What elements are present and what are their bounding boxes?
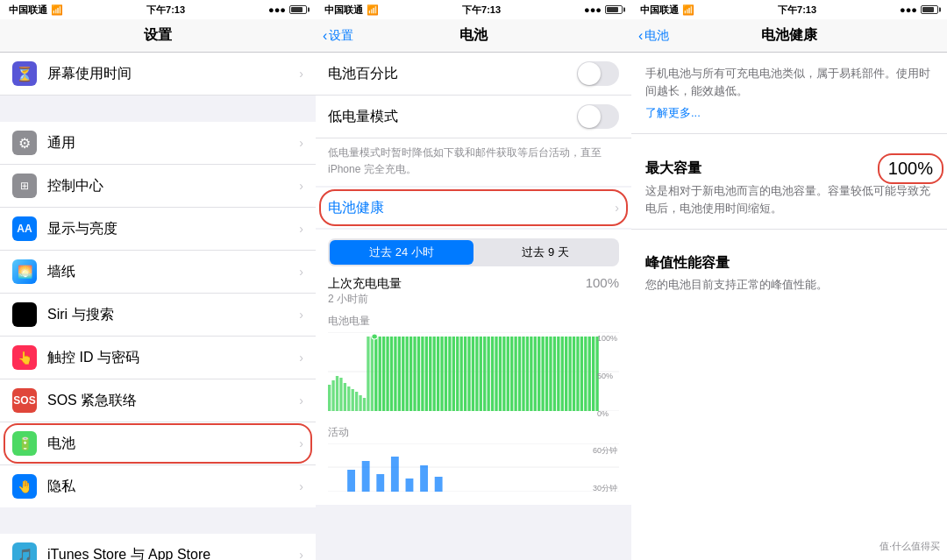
wifi-icon-2: 📶 (367, 4, 379, 16)
wifi-icon-1: 📶 (51, 4, 63, 16)
svg-rect-34 (448, 337, 451, 411)
tab-24h[interactable]: 过去 24 小时 (330, 240, 474, 265)
svg-rect-77 (347, 470, 355, 492)
cell-battery-health[interactable]: 电池健康 › (316, 188, 631, 228)
svg-rect-43 (483, 337, 486, 411)
chevron-wallpaper: › (299, 265, 303, 279)
cell-label-touch-id: 触控 ID 与密码 (47, 349, 299, 367)
y-label-100: 100% (597, 334, 617, 343)
svg-rect-52 (518, 337, 521, 411)
status-right-3: ●●● (900, 4, 938, 15)
tab-9d[interactable]: 过去 9 天 (474, 240, 617, 265)
battery-health-section: 电池健康 › (316, 188, 631, 228)
cell-battery[interactable]: 🔋 电池 › (0, 422, 316, 465)
toggle-battery-percent[interactable] (577, 61, 619, 86)
svg-rect-8 (347, 386, 350, 411)
cell-general[interactable]: ⚙ 通用 › (0, 122, 316, 165)
svg-rect-9 (352, 389, 354, 411)
chevron-display: › (299, 222, 303, 236)
svg-rect-13 (367, 337, 369, 411)
y-label-50: 50% (597, 372, 617, 380)
section-divider-2 (0, 507, 316, 534)
toggle-low-power[interactable] (577, 104, 619, 129)
nav-back-3[interactable]: ‹ 电池 (638, 28, 669, 44)
last-charge-info: 上次充电电量 2 小时前 (328, 276, 402, 307)
svg-rect-32 (440, 337, 443, 411)
cell-icon-sos: SOS (12, 388, 37, 413)
nav-back-2[interactable]: ‹ 设置 (323, 28, 353, 44)
svg-rect-39 (467, 337, 470, 411)
cell-sos[interactable]: SOS SOS 紧急联络 › (0, 379, 316, 422)
panel-battery-health: 中国联通 📶 下午7:13 ●●● ‹ 电池 电池健康 手机电池与所有可充电电池… (631, 0, 947, 560)
carrier-3: 中国联通 (640, 4, 679, 17)
svg-rect-19 (390, 337, 393, 411)
chevron-general: › (299, 136, 303, 150)
signal-icon-3: ●●● (900, 4, 917, 15)
cell-low-power[interactable]: 低电量模式 (316, 96, 631, 138)
svg-rect-66 (573, 337, 575, 411)
svg-rect-57 (538, 337, 540, 411)
svg-rect-67 (576, 337, 579, 411)
signal-icon-2: ●●● (584, 4, 602, 15)
cell-icon-wallpaper: 🌅 (12, 259, 37, 284)
cell-icon-screen-time: ⏳ (12, 61, 37, 86)
activity-y-labels: 60分钟 30分钟 (593, 443, 617, 496)
cell-touch-id[interactable]: 👆 触控 ID 与密码 › (0, 337, 316, 379)
battery-chart-svg (328, 332, 619, 411)
cell-privacy[interactable]: 🤚 隐私 › (0, 465, 316, 507)
cell-itunes-store[interactable]: 🎵 iTunes Store 与 App Store › (0, 534, 316, 560)
activity-chart-svg (328, 443, 619, 492)
time-3: 下午7:13 (778, 4, 816, 17)
battery-status-2 (605, 5, 623, 14)
carrier-1: 中国联通 (9, 4, 47, 17)
svg-rect-4 (331, 380, 334, 411)
chevron-itunes: › (299, 548, 303, 560)
max-capacity-title: 最大容量 (645, 159, 701, 178)
chevron-battery: › (299, 436, 303, 450)
back-label-3: 电池 (644, 28, 669, 44)
svg-rect-3 (328, 385, 331, 411)
cell-icon-battery: 🔋 (12, 431, 37, 456)
chart-tabs[interactable]: 过去 24 小时 过去 9 天 (328, 238, 619, 266)
status-left-3: 中国联通 📶 (640, 4, 694, 17)
svg-rect-62 (557, 337, 559, 411)
cell-control-center[interactable]: ⊞ 控制中心 › (0, 165, 316, 208)
health-content: 手机电池与所有可充电电池类似，属于易耗部件。使用时间越长，能效越低。 了解更多.… (631, 53, 947, 560)
svg-rect-47 (499, 337, 502, 411)
status-bar-1: 中国联通 📶 下午7:13 ●●● (0, 0, 316, 19)
svg-rect-40 (472, 337, 474, 411)
time-2: 下午7:13 (462, 4, 501, 17)
cell-display[interactable]: AA 显示与亮度 › (0, 208, 316, 251)
health-intro-text: 手机电池与所有可充电电池类似，属于易耗部件。使用时间越长，能效越低。 (645, 65, 933, 99)
cell-label-display: 显示与亮度 (47, 220, 299, 238)
label-battery-percent: 电池百分比 (328, 65, 577, 83)
svg-rect-60 (549, 337, 552, 411)
cell-screen-time[interactable]: ⏳ 屏幕使用时间 › (0, 53, 316, 95)
watermark: 值·什么值得买 (879, 540, 940, 553)
cell-wallpaper[interactable]: 🌅 墙纸 › (0, 251, 316, 294)
svg-rect-18 (386, 337, 388, 411)
svg-rect-58 (541, 337, 544, 411)
last-charge-sub: 2 小时前 (328, 292, 402, 307)
battery-settings-list[interactable]: 电池百分比 低电量模式 低电量模式时暂时降低如下载和邮件获取等后台活动，直至iP… (316, 53, 631, 560)
settings-list-1[interactable]: ⏳ 屏幕使用时间 › ⚙ 通用 › ⊞ 控制中心 › AA 显示与亮度 › (0, 53, 316, 560)
svg-rect-48 (502, 337, 505, 411)
battery-toggles-section: 电池百分比 低电量模式 低电量模式时暂时降低如下载和邮件获取等后台活动，直至iP… (316, 53, 631, 186)
status-left-2: 中国联通 📶 (324, 4, 379, 17)
svg-rect-23 (406, 337, 409, 411)
back-chevron-2: ‹ (323, 28, 327, 44)
learn-more-link[interactable]: 了解更多... (645, 106, 701, 119)
svg-rect-22 (402, 337, 404, 411)
svg-rect-31 (437, 337, 439, 411)
svg-rect-6 (339, 378, 342, 411)
cell-siri[interactable]: 🎙 Siri 与搜索 › (0, 294, 316, 337)
svg-rect-81 (406, 478, 414, 492)
svg-rect-30 (433, 337, 436, 411)
cell-battery-percent[interactable]: 电池百分比 (316, 53, 631, 96)
section-store: 🎵 iTunes Store 与 App Store › (0, 534, 316, 560)
svg-rect-55 (530, 337, 532, 411)
cell-label-privacy: 隐私 (47, 478, 299, 496)
svg-rect-28 (425, 337, 428, 411)
svg-rect-25 (413, 337, 416, 411)
svg-rect-11 (359, 395, 361, 411)
